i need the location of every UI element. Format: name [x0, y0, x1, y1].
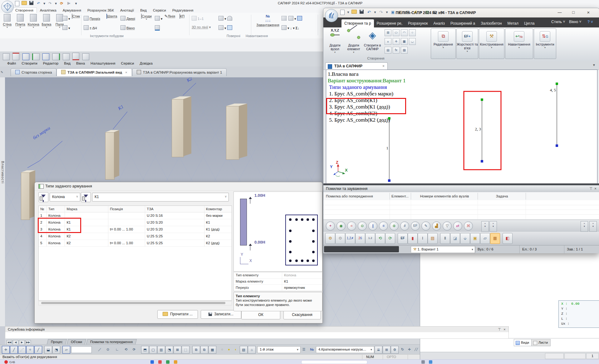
sync-icon[interactable]: ⟳ — [59, 1, 64, 6]
coordinate-input[interactable] — [71, 346, 92, 353]
close-tab-icon[interactable]: × — [125, 70, 127, 74]
properties-pencil-icon[interactable]: ✎ — [1, 70, 4, 74]
pin-icon[interactable]: ⊤ — [589, 185, 592, 192]
rotate-ccw-icon[interactable]: ⟲ — [122, 346, 130, 353]
window-tool-button[interactable]: Вікно — [120, 25, 135, 31]
table-row[interactable]: 5КолонаК2t= 0.00 ... 1.00U:25 S:25К2 (до… — [39, 240, 232, 247]
block-icon[interactable]: ▤ — [385, 47, 391, 54]
level-tool-icon[interactable] — [155, 25, 161, 31]
view-top-icon[interactable] — [12, 53, 19, 60]
rotate-up-icon[interactable]: ⟳ — [385, 233, 395, 244]
table-row[interactable]: 4КолонаК2U:25 S:25К2 — [39, 233, 232, 240]
undo-dropdown-icon[interactable]: ▾ — [43, 1, 46, 6]
column-a-front[interactable] — [21, 172, 30, 220]
opening-tool-button[interactable]: Проріз — [84, 16, 100, 22]
window-menu[interactable]: Вікно ˅ — [569, 20, 582, 24]
snap-point-icon[interactable]: ✧ — [26, 346, 34, 354]
col-task[interactable]: Задача — [478, 192, 526, 200]
notification-badge-icon[interactable] — [4, 360, 8, 364]
errors-panel-header[interactable]: Помилки та зауваження ⊤ × — [323, 185, 599, 192]
view-front-icon[interactable] — [22, 53, 29, 60]
view-bottom-icon[interactable] — [72, 53, 79, 60]
load-area-icon[interactable]: ▾ — [282, 16, 303, 22]
new-file-icon[interactable] — [340, 10, 345, 15]
taskbar-app-icon[interactable] — [166, 360, 169, 364]
lira-ribbon-tab[interactable]: Створення та р — [341, 19, 374, 27]
lira-ribbon-tab[interactable]: Цегла — [521, 19, 537, 27]
num-indicator[interactable]: NUM — [362, 355, 378, 360]
column-red-icon[interactable]: ▮ — [408, 233, 418, 244]
menu-item[interactable]: Редактор — [40, 61, 61, 66]
loadcase-number-icon[interactable]: № — [308, 346, 316, 353]
line-tool-button[interactable]: ✎Лінія — [164, 14, 176, 36]
bulb-on-icon[interactable]: ● — [225, 346, 233, 353]
sapfir-ribbon-tab[interactable]: Аналітика — [37, 8, 60, 13]
filter-type-button[interactable] — [38, 192, 48, 202]
properties-side-tab[interactable]: Властивості — [0, 161, 5, 183]
type-filter-combo[interactable]: Колона˅ — [50, 193, 80, 201]
joint-tool-button[interactable]: Стик — [70, 14, 82, 36]
taskbar-search[interactable] — [301, 360, 367, 364]
undo-icon[interactable]: ↶ — [36, 1, 41, 6]
menu-item[interactable]: Налаштування — [88, 61, 118, 66]
col-element[interactable]: Елемент... — [391, 192, 409, 200]
frame-nodes-icon[interactable]: ⌗ — [347, 221, 356, 231]
sapfir-ribbon-tab[interactable]: Редагування — [169, 8, 197, 13]
load-case-button[interactable]: №↓↓↓ Завантаження — [255, 14, 281, 36]
ef-plus-icon[interactable]: EF — [398, 233, 408, 244]
lira-ribbon-tab[interactable]: Розрахунок — [405, 19, 430, 27]
swap-columns-icon[interactable]: ⇄ — [453, 221, 462, 231]
spline-tool-icon[interactable]: 1⌣1 — [192, 16, 204, 22]
add-node-button[interactable]: X,Y,Z Додати вузол▾ — [326, 28, 344, 56]
sapfir-ribbon-tab[interactable]: Вид — [137, 8, 150, 13]
node-z-icon[interactable]: ⊕ — [390, 221, 399, 231]
redo-icon[interactable]: ↷ — [47, 1, 53, 6]
taskbar-app-icon[interactable] — [158, 360, 162, 364]
door-tool-button[interactable]: Двері — [120, 16, 135, 22]
solid-icon[interactable]: ⬙ — [460, 233, 470, 244]
lira-doc-tab[interactable]: ТЗА в САПФИР× — [325, 62, 388, 70]
steel-beam-icon[interactable]: Ⅱ — [440, 233, 450, 244]
tab-sheets[interactable]: Листи — [531, 339, 551, 346]
angle-icon[interactable]: ∟ — [114, 346, 121, 353]
points-tool-icon[interactable]: ▾ — [155, 16, 163, 22]
parallel-icon[interactable]: ∥ — [368, 221, 377, 231]
taskbar-app-icon[interactable] — [174, 360, 177, 364]
load-view-icon[interactable]: ⇊ — [375, 346, 382, 354]
panel-stiffness[interactable]: EF+Жорсткості та в'язі▾ — [456, 28, 478, 59]
view-left-icon[interactable] — [32, 53, 40, 60]
lira-ribbon-tab[interactable]: Метал — [505, 19, 521, 27]
floor-combo[interactable]: 1-й этаж▾ — [257, 346, 301, 353]
create-in-sapfir-button[interactable]: ◈ Створити в САПФІР — [363, 28, 382, 56]
snap-grid-icon[interactable]: ⋰ — [18, 346, 26, 354]
collapsed-toolbar[interactable]: »▾ — [589, 221, 597, 232]
numbering-off-icon[interactable]: 1,2✗ — [345, 233, 355, 244]
gear-icon[interactable]: ⚙ — [391, 346, 399, 354]
dh-tool-button[interactable]: ± ΔН — [84, 25, 97, 31]
stairs-tool-button[interactable]: Сходи▾ — [140, 14, 153, 36]
textured-view-icon[interactable]: ⊠ — [174, 346, 181, 354]
ok-button[interactable]: ОК — [241, 311, 280, 319]
filter-icon[interactable]: ▽ — [443, 221, 452, 231]
quad-icon[interactable]: ▱ — [480, 233, 490, 244]
frame-icon[interactable]: ⊞ — [385, 29, 391, 36]
collapsed-toolbar[interactable]: »▾ — [489, 221, 497, 232]
close-panel-icon[interactable]: × — [594, 185, 597, 192]
snap-line-icon[interactable]: ╱ — [34, 346, 42, 354]
new-dropdown-icon[interactable]: ▾ — [347, 10, 349, 15]
menu-item[interactable]: Довідка — [137, 61, 155, 66]
house-icon[interactable]: ⌂ — [248, 346, 256, 354]
list-icon[interactable]: ☰ — [300, 346, 307, 353]
col-numbers[interactable]: Номери елементів або вузлів — [411, 192, 478, 200]
shaft-tool-button[interactable]: Шахта — [105, 14, 119, 36]
bulb-sel-icon[interactable]: ◐ — [232, 346, 239, 353]
wire-view-icon[interactable]: ▢ — [149, 346, 157, 354]
more-icon[interactable]: ╱╱ — [413, 346, 420, 353]
load-distributed-icon[interactable]: ▾ ↓ ▾ Σ↓ — [282, 25, 299, 31]
undo-dropdown-icon[interactable]: ▾ — [374, 10, 376, 15]
chart-icon[interactable]: ▟ — [432, 221, 441, 231]
redo-dropdown-icon[interactable]: ▾ — [386, 10, 388, 15]
snap-mid-icon[interactable]: ╱ — [10, 346, 18, 354]
mesh-icon[interactable]: ▦ — [209, 346, 216, 354]
settings-pencil-icon[interactable]: ⚙ — [325, 233, 335, 244]
